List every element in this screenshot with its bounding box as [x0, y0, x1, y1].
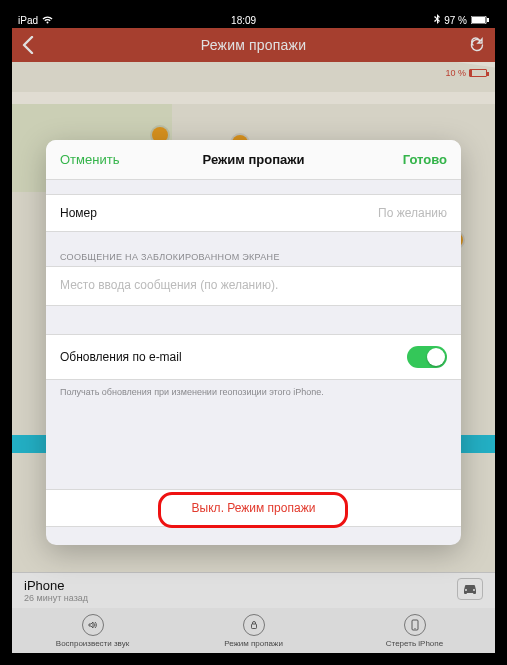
screen: iPad 18:09 97 % Режим пропажи — [12, 12, 495, 653]
message-input[interactable]: Место ввода сообщения (по желанию). — [46, 266, 461, 306]
modal-header: Отменить Режим пропажи Готово — [46, 140, 461, 180]
wifi-icon — [42, 15, 53, 26]
message-section-label: СООБЩЕНИЕ НА ЗАБЛОКИРОВАННОМ ЭКРАНЕ — [46, 246, 461, 266]
clock: 18:09 — [53, 15, 434, 26]
number-placeholder: По желанию — [378, 206, 447, 220]
turn-off-lost-mode-button[interactable]: Выкл. Режим пропажи — [46, 489, 461, 527]
phone-number-row[interactable]: Номер По желанию — [46, 194, 461, 232]
device-label: iPad — [18, 15, 38, 26]
cancel-button[interactable]: Отменить — [60, 152, 119, 167]
bluetooth-icon — [434, 14, 440, 26]
email-updates-note: Получать обновления при изменении геопоз… — [46, 380, 461, 406]
email-updates-row: Обновления по e-mail — [46, 334, 461, 380]
device-frame: iPad 18:09 97 % Режим пропажи — [0, 0, 507, 665]
email-updates-toggle[interactable] — [407, 346, 447, 368]
done-button[interactable]: Готово — [403, 152, 447, 167]
svg-rect-2 — [487, 18, 489, 22]
battery-text: 97 % — [444, 15, 467, 26]
battery-icon — [471, 15, 489, 26]
email-updates-label: Обновления по e-mail — [60, 350, 182, 364]
svg-rect-1 — [472, 17, 485, 23]
status-bar: iPad 18:09 97 % — [12, 12, 495, 28]
lost-mode-modal: Отменить Режим пропажи Готово Номер По ж… — [46, 140, 461, 545]
number-label: Номер — [60, 206, 97, 220]
